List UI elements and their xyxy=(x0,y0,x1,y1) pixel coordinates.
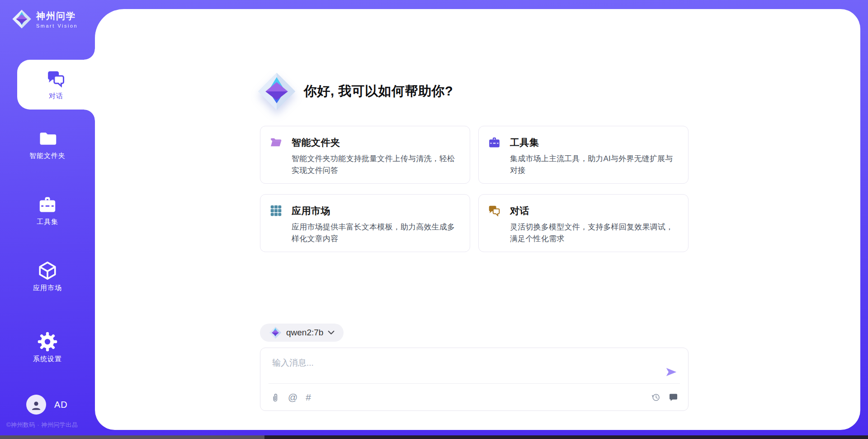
person-icon xyxy=(30,399,42,412)
folder-open-icon xyxy=(269,136,283,149)
folder-icon xyxy=(38,129,57,148)
briefcase-icon xyxy=(38,195,57,215)
brand-name: 神州问学 xyxy=(36,10,78,22)
model-logo-icon xyxy=(269,326,282,339)
card-desc: 灵活切换多模型文件，支持多样回复效果调试，满足个性化需求 xyxy=(510,221,679,245)
card-smart-folder[interactable]: 智能文件夹 智能文件夹功能支持批量文件上传与清洗，轻松实现文件问答 xyxy=(260,126,470,184)
card-desc: 应用市场提供丰富长文本模板，助力高效生成多样化文章内容 xyxy=(292,221,461,245)
sidebar: 神州问学 Smart Vision 对话 智能文件夹 工具集 xyxy=(0,0,95,439)
sidebar-item-label: 对话 xyxy=(49,92,63,100)
brand-text: 神州问学 Smart Vision xyxy=(36,10,78,29)
briefcase-icon xyxy=(488,136,501,149)
main-panel: 你好, 我可以如何帮助你? 智能文件夹 智能文件夹功能支持批量文件上传与清洗，轻… xyxy=(95,9,860,430)
sidebar-item-label: 工具集 xyxy=(37,218,58,226)
chevron-down-icon xyxy=(328,330,335,335)
grid-tiles-icon xyxy=(269,204,283,217)
composer-toolbar: @ # xyxy=(270,384,678,410)
sidebar-item-app-market[interactable]: 应用市场 xyxy=(0,261,95,292)
sidebar-item-label: 系统设置 xyxy=(33,355,62,363)
card-toolset[interactable]: 工具集 集成市场上主流工具，助力AI与外界无缝扩展与对接 xyxy=(478,126,689,184)
card-title: 智能文件夹 xyxy=(292,136,340,149)
model-name: qwen2:7b xyxy=(286,328,323,338)
gear-icon xyxy=(38,332,57,352)
history-icon[interactable] xyxy=(651,392,660,402)
sidebar-item-label: 智能文件夹 xyxy=(29,152,66,160)
sidebar-item-chat[interactable]: 对话 xyxy=(17,60,95,110)
chat-duo-icon xyxy=(488,204,501,217)
greeting-title: 你好, 我可以如何帮助你? xyxy=(304,82,453,100)
message-input[interactable] xyxy=(271,356,653,382)
sidebar-item-settings[interactable]: 系统设置 xyxy=(0,332,95,363)
send-button[interactable] xyxy=(665,365,678,379)
brand: 神州问学 Smart Vision xyxy=(12,9,78,29)
card-desc: 智能文件夹功能支持批量文件上传与清洗，轻松实现文件问答 xyxy=(292,153,461,177)
user-profile[interactable]: AD xyxy=(26,395,68,415)
brand-logo-icon xyxy=(12,9,32,29)
card-desc: 集成市场上主流工具，助力AI与外界无缝扩展与对接 xyxy=(510,153,679,177)
chat-duo-icon xyxy=(46,69,66,89)
user-name: AD xyxy=(54,400,68,410)
sidebar-item-toolset[interactable]: 工具集 xyxy=(0,195,95,226)
copyright: ©神州数码 · 神州问学出品 xyxy=(6,421,78,429)
card-title: 应用市场 xyxy=(292,205,330,217)
card-app-market[interactable]: 应用市场 应用市场提供丰富长文本模板，助力高效生成多样化文章内容 xyxy=(260,194,470,252)
comment-icon[interactable] xyxy=(669,392,678,402)
card-chat[interactable]: 对话 灵活切换多模型文件，支持多样回复效果调试，满足个性化需求 xyxy=(478,194,689,252)
paperclip-icon[interactable] xyxy=(270,392,280,402)
feature-cards: 智能文件夹 智能文件夹功能支持批量文件上传与清洗，轻松实现文件问答 工具集 集成… xyxy=(260,126,689,252)
model-selector[interactable]: qwen2:7b xyxy=(260,324,344,342)
card-title: 工具集 xyxy=(510,136,539,149)
bottom-scrollbar-thumb[interactable] xyxy=(0,435,264,439)
card-title: 对话 xyxy=(510,205,529,217)
cube-icon xyxy=(38,261,57,281)
greeting: 你好, 我可以如何帮助你? xyxy=(257,72,453,111)
brand-subtitle: Smart Vision xyxy=(36,23,78,29)
bottom-scrollbar xyxy=(0,435,868,439)
sidebar-item-smart-folder[interactable]: 智能文件夹 xyxy=(0,129,95,160)
mention-icon[interactable]: @ xyxy=(288,392,297,402)
avatar xyxy=(26,395,46,415)
sidebar-item-label: 应用市场 xyxy=(33,284,62,292)
composer: @ # xyxy=(260,348,689,411)
app-logo-icon xyxy=(257,72,297,111)
send-icon xyxy=(665,365,678,379)
hashtag-icon[interactable]: # xyxy=(306,392,311,402)
